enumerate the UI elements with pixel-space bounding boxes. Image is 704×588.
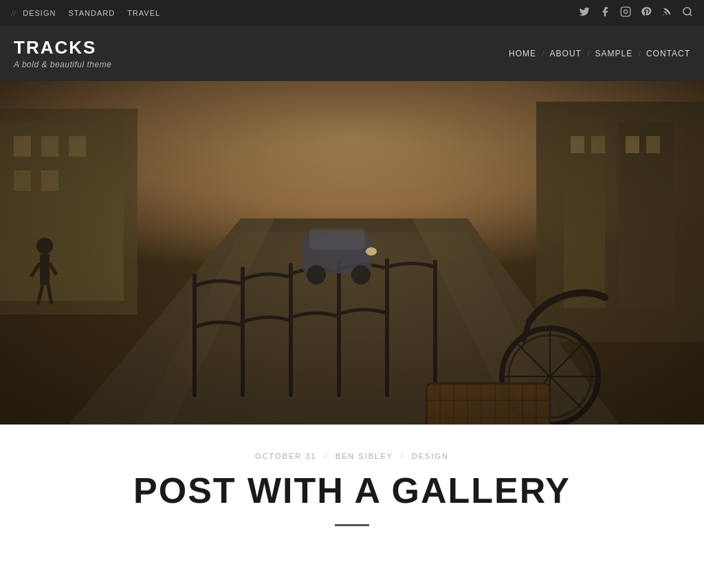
top-bar-right — [579, 6, 693, 20]
post-category[interactable]: DESIGN — [412, 452, 449, 460]
nav-item-travel[interactable]: TRAVEL — [127, 9, 160, 17]
meta-sep-1: / — [324, 452, 328, 460]
main-nav: HOME / ABOUT / SAMPLE / CONTACT — [509, 48, 690, 59]
nav-about[interactable]: ABOUT — [550, 49, 582, 58]
site-tagline: A bold & beautiful theme — [14, 60, 111, 69]
nav-contact[interactable]: CONTACT — [646, 49, 690, 58]
nav-sep-3: / — [638, 48, 641, 59]
separator: // — [11, 8, 16, 19]
svg-rect-63 — [0, 81, 704, 425]
site-header: TRACKS A bold & beautiful theme HOME / A… — [0, 26, 704, 81]
category-nav: DESIGN STANDARD TRAVEL — [23, 9, 160, 17]
post-title-divider — [335, 524, 369, 526]
svg-point-3 — [683, 8, 691, 15]
top-bar: // DESIGN STANDARD TRAVEL — [0, 0, 704, 26]
hero-image — [0, 81, 704, 425]
facebook-icon[interactable] — [600, 6, 610, 20]
nav-sep-2: / — [587, 48, 590, 59]
instagram-icon[interactable] — [620, 6, 631, 20]
post-meta-area: OCTOBER 31 / BEN SIBLEY / DESIGN POST WI… — [0, 425, 704, 540]
rss-icon[interactable] — [661, 6, 672, 20]
post-author[interactable]: BEN SIBLEY — [336, 452, 393, 460]
nav-sep-1: / — [542, 48, 544, 59]
nav-item-standard[interactable]: STANDARD — [68, 9, 115, 17]
pinterest-icon[interactable] — [641, 6, 652, 20]
top-bar-left: // DESIGN STANDARD TRAVEL — [11, 8, 160, 19]
svg-rect-0 — [621, 7, 630, 16]
post-meta: OCTOBER 31 / BEN SIBLEY / DESIGN — [14, 452, 690, 460]
search-button[interactable] — [682, 6, 693, 20]
site-branding: TRACKS A bold & beautiful theme — [14, 38, 111, 69]
twitter-icon[interactable] — [579, 6, 590, 20]
svg-point-2 — [663, 14, 664, 15]
nav-home[interactable]: HOME — [509, 49, 536, 58]
svg-line-4 — [690, 14, 692, 16]
post-title: POST WITH A GALLERY — [14, 471, 690, 510]
site-title: TRACKS — [14, 38, 111, 58]
meta-sep-2: / — [401, 452, 404, 460]
nav-sample[interactable]: SAMPLE — [595, 49, 633, 58]
post-date: OCTOBER 31 — [255, 452, 317, 460]
nav-item-design[interactable]: DESIGN — [23, 9, 56, 17]
